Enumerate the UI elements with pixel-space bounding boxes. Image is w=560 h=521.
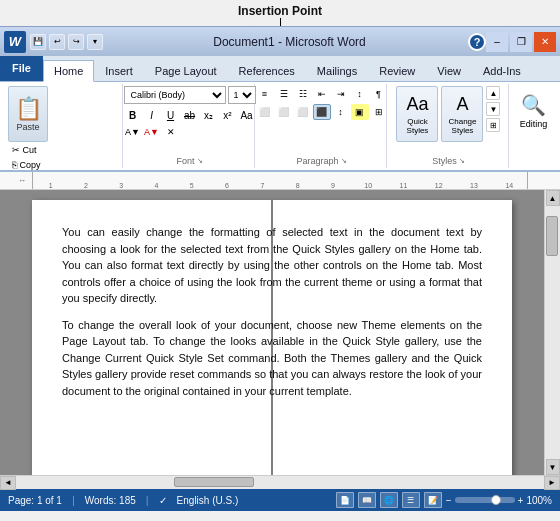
tab-addins[interactable]: Add-Ins: [472, 59, 532, 81]
tab-file[interactable]: File: [0, 55, 43, 81]
paragraph-1: You can easily change the formatting of …: [62, 224, 482, 307]
document-container: You can easily change the formatting of …: [0, 190, 560, 475]
help-icon[interactable]: ?: [468, 33, 486, 51]
print-layout-view-button[interactable]: 📄: [336, 492, 354, 508]
zoom-slider[interactable]: [455, 497, 515, 503]
strikethrough-button[interactable]: ab: [181, 107, 199, 123]
border-button[interactable]: ⊞: [370, 104, 388, 120]
clear-format-button[interactable]: ✕: [162, 124, 180, 140]
document-page[interactable]: You can easily change the formatting of …: [32, 200, 512, 475]
paragraph-group: ≡ ☰ ☷ ⇤ ⇥ ↕ ¶ ⬜ ⬜ ⬜ ⬛ ↕ ▣ ⊞: [257, 84, 387, 168]
paragraph-expand-arrow[interactable]: ↘: [341, 157, 347, 165]
show-formatting-button[interactable]: ¶: [370, 86, 388, 102]
save-quick-btn[interactable]: 💾: [30, 34, 46, 50]
window-title: Document1 - Microsoft Word: [111, 35, 468, 49]
tab-review[interactable]: Review: [368, 59, 426, 81]
h-scroll-thumb[interactable]: [174, 477, 254, 487]
word-icon: W: [4, 31, 26, 53]
subscript-button[interactable]: x₂: [200, 107, 218, 123]
scroll-thumb[interactable]: [546, 216, 558, 256]
superscript-button[interactable]: x²: [219, 107, 237, 123]
line-spacing-button[interactable]: ↕: [332, 104, 350, 120]
window-controls: – ❐ ✕: [486, 32, 556, 52]
language-status[interactable]: English (U.S.): [177, 495, 239, 506]
title-bar: W 💾 ↩ ↪ ▾ Document1 - Microsoft Word ? –…: [0, 26, 560, 56]
insertion-point-line: [0, 18, 560, 26]
styles-label: Styles ↘: [432, 154, 465, 166]
change-case-button[interactable]: Aa: [238, 107, 256, 123]
decrease-indent-button[interactable]: ⇤: [313, 86, 331, 102]
web-layout-view-button[interactable]: 🌐: [380, 492, 398, 508]
bullets-button[interactable]: ≡: [256, 86, 274, 102]
zoom-out-button[interactable]: −: [446, 495, 452, 506]
styles-scroll-down-button[interactable]: ▼: [486, 102, 500, 116]
undo-quick-btn[interactable]: ↩: [49, 34, 65, 50]
scroll-down-button[interactable]: ▼: [546, 459, 560, 475]
tab-insert[interactable]: Insert: [94, 59, 144, 81]
quick-access-toolbar: 💾 ↩ ↪ ▾: [30, 34, 103, 50]
styles-scroll-up-button[interactable]: ▲: [486, 86, 500, 100]
zoom-slider-thumb: [491, 495, 501, 505]
sort-button[interactable]: ↕: [351, 86, 369, 102]
vertical-scrollbar[interactable]: ▲ ▼: [544, 190, 560, 475]
zoom-percent: 100%: [526, 495, 552, 506]
font-color-button[interactable]: A▼: [143, 124, 161, 140]
styles-expand-arrow[interactable]: ↘: [459, 157, 465, 165]
cut-button[interactable]: ✂ Cut: [8, 143, 87, 157]
ribbon-tabs: File Home Insert Page Layout References …: [0, 56, 560, 82]
increase-indent-button[interactable]: ⇥: [332, 86, 350, 102]
tab-references[interactable]: References: [228, 59, 306, 81]
align-left-button[interactable]: ⬜: [256, 104, 274, 120]
font-expand-arrow[interactable]: ↘: [197, 157, 203, 165]
paragraph-label: Paragraph ↘: [296, 154, 346, 166]
styles-more-button[interactable]: ⊞: [486, 118, 500, 132]
ribbon: 📋 Paste ✂ Cut ⎘ Copy 🖌 Format Painter Cl…: [0, 82, 560, 172]
outline-view-button[interactable]: ☰: [402, 492, 420, 508]
h-scroll-track[interactable]: [16, 476, 544, 489]
tab-home[interactable]: Home: [43, 60, 94, 82]
styles-scroll-buttons: ▲ ▼ ⊞: [486, 86, 500, 132]
editing-group: 🔍 Editing: [511, 84, 556, 168]
tab-view[interactable]: View: [426, 59, 472, 81]
font-size-select[interactable]: 11: [228, 86, 256, 104]
spell-check-icon[interactable]: ✓: [159, 495, 167, 506]
restore-button[interactable]: ❐: [510, 32, 532, 52]
copy-button[interactable]: ⎘ Copy: [8, 158, 87, 172]
justify-button[interactable]: ⬛: [313, 104, 331, 120]
font-group: Calibri (Body) 11 B I U ab x₂ x² Aa A▼: [125, 84, 255, 168]
document-scroll-area: You can easily change the formatting of …: [0, 190, 544, 475]
scroll-left-button[interactable]: ◄: [0, 476, 16, 490]
zoom-in-button[interactable]: +: [518, 495, 524, 506]
underline-button[interactable]: U: [162, 107, 180, 123]
change-styles-button[interactable]: A ChangeStyles: [441, 86, 483, 142]
shading-button[interactable]: ▣: [351, 104, 369, 120]
font-label: Font ↘: [177, 154, 203, 166]
horizontal-scrollbar[interactable]: ◄ ►: [0, 475, 560, 489]
italic-button[interactable]: I: [143, 107, 161, 123]
align-center-button[interactable]: ⬜: [275, 104, 293, 120]
full-reading-view-button[interactable]: 📖: [358, 492, 376, 508]
text-highlight-button[interactable]: A▼: [124, 124, 142, 140]
font-family-select[interactable]: Calibri (Body): [124, 86, 226, 104]
ruler-inner: 1 2 3 4 5 6 7 8 9 10 11 12 13 14: [32, 172, 528, 189]
quick-styles-button[interactable]: Aa QuickStyles: [396, 86, 438, 142]
close-button[interactable]: ✕: [534, 32, 556, 52]
editing-button[interactable]: 🔍 Editing: [513, 86, 553, 136]
scroll-right-button[interactable]: ►: [544, 476, 560, 490]
scroll-up-button[interactable]: ▲: [546, 190, 560, 206]
bold-button[interactable]: B: [124, 107, 142, 123]
multilevel-list-button[interactable]: ☷: [294, 86, 312, 102]
align-right-button[interactable]: ⬜: [294, 104, 312, 120]
page-status: Page: 1 of 1: [8, 495, 62, 506]
numbering-button[interactable]: ☰: [275, 86, 293, 102]
scroll-track[interactable]: [545, 206, 560, 459]
document-text: You can easily change the formatting of …: [62, 224, 482, 399]
minimize-button[interactable]: –: [486, 32, 508, 52]
redo-quick-btn[interactable]: ↪: [68, 34, 84, 50]
status-right: 📄 📖 🌐 ☰ 📝 − + 100%: [336, 492, 552, 508]
qa-dropdown-btn[interactable]: ▾: [87, 34, 103, 50]
paste-button[interactable]: 📋 Paste: [8, 86, 48, 142]
tab-mailings[interactable]: Mailings: [306, 59, 368, 81]
tab-pagelayout[interactable]: Page Layout: [144, 59, 228, 81]
draft-view-button[interactable]: 📝: [424, 492, 442, 508]
